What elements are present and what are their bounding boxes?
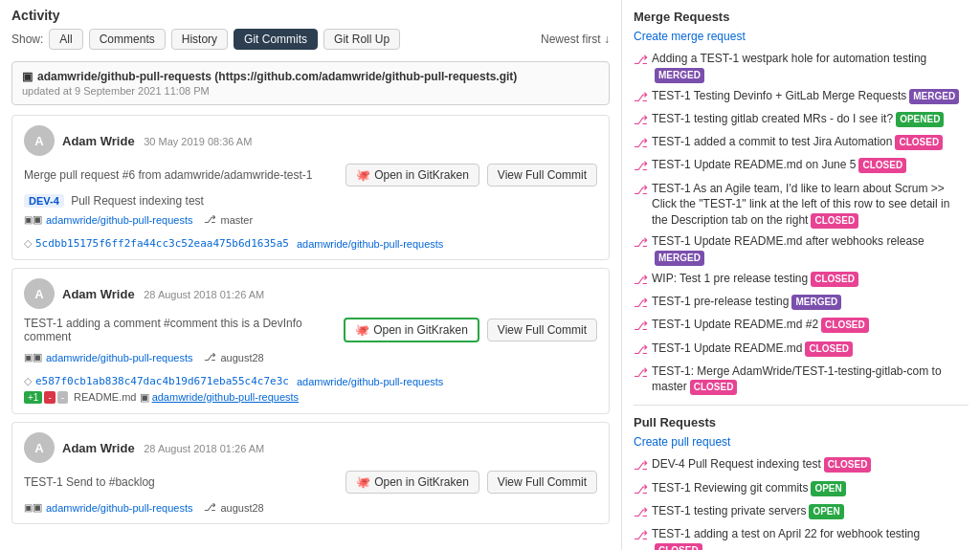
list-item: ⎇TEST-1 Update README.md after webhooks …: [634, 233, 969, 266]
mr-branch-icon: ⎇: [634, 182, 648, 199]
diff-add-2: +1: [24, 391, 42, 404]
mr-branch-icon: ⎇: [634, 158, 648, 175]
commit-header-3: A Adam Wride 28 August 2018 01:26 AM: [24, 432, 597, 463]
diff-del-2: -: [44, 391, 55, 404]
pull-requests-title: Pull Requests: [634, 415, 969, 429]
repo-icon-1: ▣: [24, 213, 42, 226]
mr-branch-icon: ⎇: [634, 318, 648, 335]
mr-text: TEST-1 Update README.md #2CLOSED: [652, 317, 869, 333]
mr-branch-icon: ⎇: [634, 135, 648, 152]
commit-header-2: A Adam Wride 28 August 2018 01:26 AM: [24, 278, 597, 309]
view-full-commit-btn-3[interactable]: View Full Commit: [487, 471, 597, 494]
author-name-3: Adam Wride: [62, 441, 135, 455]
list-item: ⎇TEST-1 testing gitlab created MRs - do …: [634, 111, 969, 129]
mr-branch-icon: ⎇: [634, 89, 648, 106]
filter-git-rollup[interactable]: Git Roll Up: [323, 29, 400, 50]
commit-date-3: 28 August 2018 01:26 AM: [144, 443, 264, 454]
meta-branch-1: master: [204, 213, 253, 226]
meta-repo-link-1[interactable]: adamwride/github-pull-requests: [46, 214, 192, 226]
open-gitkraken-btn-1[interactable]: 🐙 Open in GitKraken: [345, 164, 479, 187]
diff-file-link-2[interactable]: adamwride/github-pull-requests: [152, 391, 299, 403]
meta-branch-3: august28: [204, 501, 263, 514]
commit-desc-3: TEST-1 Send to #backlog: [24, 475, 338, 489]
commit-meta-2: ▣ adamwride/github-pull-requests august2…: [24, 351, 597, 387]
diff-badges-2: +1 - - README.md ▣ adamwride/github-pull…: [24, 391, 597, 404]
branch-icon-2: [204, 351, 216, 363]
gitkraken-icon-1: 🐙: [356, 168, 370, 182]
commit-date-1: 30 May 2019 08:36 AM: [144, 136, 252, 147]
mr-text: TEST-1 Testing Devinfo + GitLab Merge Re…: [652, 88, 959, 104]
status-badge: MERGED: [655, 251, 704, 266]
status-badge: MERGED: [791, 295, 841, 310]
commit-msg-2: TEST-1 adding a comment #comment this is…: [24, 317, 302, 343]
repo-block: ▣ adamwride/github-pull-requests (https:…: [11, 61, 610, 105]
meta-repo-3: ▣ adamwride/github-pull-requests: [24, 501, 192, 514]
mr-branch-icon: ⎇: [634, 295, 648, 312]
view-full-commit-btn-1[interactable]: View Full Commit: [487, 164, 597, 187]
status-badge: CLOSED: [811, 213, 858, 229]
meta-repo-link-3[interactable]: adamwride/github-pull-requests: [46, 502, 192, 514]
list-item: ⎇TEST-1 adding a test on April 22 for we…: [634, 526, 969, 550]
commit-tag-1: DEV-4: [24, 194, 64, 208]
meta-branch-text-1: master: [220, 214, 253, 226]
commit-msg-3: TEST-1 Send to #backlog: [24, 475, 155, 489]
merge-requests-title: Merge Requests: [634, 10, 969, 24]
create-mr-link[interactable]: Create merge request: [634, 30, 969, 43]
status-badge: CLOSED: [858, 158, 906, 173]
mr-branch-icon: ⎇: [634, 341, 648, 359]
list-item: ⎇TEST-1 Update README.md on June 5CLOSED: [634, 157, 969, 175]
filter-all[interactable]: All: [49, 29, 82, 50]
meta-hash-link-2[interactable]: e587f0cb1ab838c47dac4b19d671eba55c4c7e3c: [35, 375, 289, 387]
list-item: ⎇TEST-1 As an Agile team, I'd like to le…: [634, 181, 969, 230]
meta-hash-link-1[interactable]: 5cdbb15175f6ff2fa44cc3c52eaa475b6d1635a5: [35, 237, 289, 250]
mr-branch-icon: ⎇: [634, 457, 648, 474]
status-badge: CLOSED: [821, 318, 869, 333]
mr-text: TEST-1: Merge AdamWride/TEST-1-testing-g…: [652, 363, 969, 396]
list-item: ⎇TEST-1 Update README.mdCLOSED: [634, 341, 969, 359]
status-badge: MERGED: [909, 89, 959, 104]
meta-hash-repo-1[interactable]: adamwride/github-pull-requests: [297, 238, 443, 250]
commit-item-3: A Adam Wride 28 August 2018 01:26 AM TES…: [11, 422, 610, 524]
avatar-2: A: [24, 278, 55, 309]
meta-hash-1: ◇ 5cdbb15175f6ff2fa44cc3c52eaa475b6d1635…: [24, 237, 443, 250]
filter-history[interactable]: History: [171, 29, 228, 50]
status-badge: MERGED: [655, 68, 704, 83]
create-pr-link[interactable]: Create pull request: [634, 435, 969, 449]
repo-title-text: adamwride/github-pull-requests (https://…: [37, 70, 517, 83]
commit-tag-desc-1: Pull Request indexing test: [71, 194, 204, 208]
list-item: ⎇WIP: Test 1 pre release testingCLOSED: [634, 271, 969, 289]
status-badge: OPEN: [809, 504, 843, 519]
gitkraken-icon-2: 🐙: [355, 323, 369, 337]
mr-text: TEST-1 Update README.mdCLOSED: [652, 341, 853, 357]
mr-text: TEST-1 Update README.md after webhooks r…: [652, 233, 969, 266]
meta-repo-link-2[interactable]: adamwride/github-pull-requests: [46, 352, 192, 363]
commit-header-1: A Adam Wride 30 May 2019 08:36 AM: [24, 125, 597, 156]
avatar-1: A: [24, 125, 55, 156]
mr-branch-icon: ⎇: [634, 364, 648, 382]
view-full-commit-btn-2[interactable]: View Full Commit: [487, 319, 597, 341]
meta-repo-1: ▣ adamwride/github-pull-requests: [24, 213, 192, 226]
status-badge: OPEN: [811, 481, 845, 496]
mr-text: TEST-1 added a commit to test Jira Autom…: [652, 134, 943, 150]
gitkraken-icon-3: 🐙: [356, 475, 370, 489]
filter-git-commits[interactable]: Git Commits: [234, 29, 318, 50]
mr-text: TEST-1 adding a test on April 22 for web…: [652, 526, 969, 550]
mr-text: TEST-1 As an Agile team, I'd like to lea…: [652, 181, 969, 230]
open-gitkraken-btn-2[interactable]: 🐙 Open in GitKraken: [344, 318, 479, 342]
mr-text: TEST-1 pre-release testingMERGED: [652, 294, 841, 310]
mr-branch-icon: ⎇: [634, 112, 648, 129]
branch-icon-1: [204, 213, 216, 226]
meta-branch-text-2: august28: [220, 352, 263, 363]
open-gitkraken-btn-3[interactable]: 🐙 Open in GitKraken: [345, 471, 479, 494]
status-badge: CLOSED: [895, 135, 943, 150]
status-badge: CLOSED: [811, 272, 858, 287]
status-badge: CLOSED: [655, 543, 702, 550]
list-item: ⎇Adding a TEST-1 westpark hole for autom…: [634, 51, 969, 83]
list-item: ⎇TEST-1 Update README.md #2CLOSED: [634, 317, 969, 335]
list-item: ⎇TEST-1 added a commit to test Jira Auto…: [634, 134, 969, 152]
commit-item-2: A Adam Wride 28 August 2018 01:26 AM TES…: [11, 268, 610, 414]
filter-comments[interactable]: Comments: [89, 29, 166, 50]
commit-desc-2: TEST-1 adding a comment #comment this is…: [24, 317, 336, 343]
meta-hash-repo-2[interactable]: adamwride/github-pull-requests: [297, 376, 443, 387]
list-item: ⎇TEST-1: Merge AdamWride/TEST-1-testing-…: [634, 363, 969, 396]
